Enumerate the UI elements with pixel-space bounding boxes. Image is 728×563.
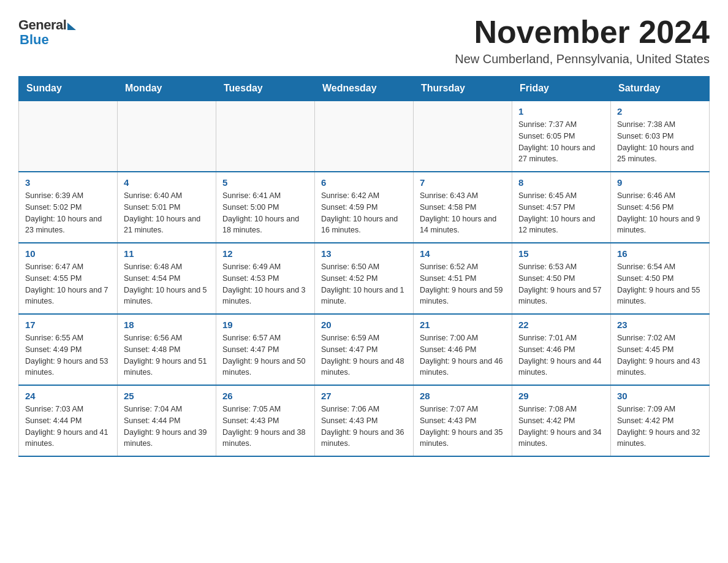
calendar-cell: 13Sunrise: 6:50 AM Sunset: 4:52 PM Dayli…	[315, 243, 414, 314]
day-info: Sunrise: 6:52 AM Sunset: 4:51 PM Dayligh…	[420, 261, 506, 307]
day-number: 23	[617, 320, 703, 330]
day-info: Sunrise: 7:08 AM Sunset: 4:42 PM Dayligh…	[518, 404, 604, 450]
calendar-cell: 28Sunrise: 7:07 AM Sunset: 4:43 PM Dayli…	[414, 385, 512, 456]
calendar-cell: 3Sunrise: 6:39 AM Sunset: 5:02 PM Daylig…	[19, 172, 118, 243]
calendar-cell	[414, 101, 512, 172]
day-number: 16	[617, 248, 703, 259]
day-info: Sunrise: 6:47 AM Sunset: 4:55 PM Dayligh…	[25, 261, 111, 307]
calendar-cell: 9Sunrise: 6:46 AM Sunset: 4:56 PM Daylig…	[611, 172, 710, 243]
day-info: Sunrise: 6:41 AM Sunset: 5:00 PM Dayligh…	[222, 190, 308, 236]
day-number: 29	[518, 391, 604, 401]
calendar-cell: 5Sunrise: 6:41 AM Sunset: 5:00 PM Daylig…	[216, 172, 315, 243]
calendar-cell: 29Sunrise: 7:08 AM Sunset: 4:42 PM Dayli…	[512, 385, 611, 456]
location-subtitle: New Cumberland, Pennsylvania, United Sta…	[455, 52, 710, 66]
day-number: 19	[222, 320, 308, 330]
calendar-cell: 27Sunrise: 7:06 AM Sunset: 4:43 PM Dayli…	[315, 385, 414, 456]
day-number: 13	[321, 248, 407, 259]
logo-arrow-icon	[67, 23, 76, 30]
day-number: 4	[124, 177, 210, 188]
logo-blue-text: Blue	[20, 32, 49, 48]
day-number: 28	[420, 391, 506, 401]
calendar-cell: 25Sunrise: 7:04 AM Sunset: 4:44 PM Dayli…	[118, 385, 216, 456]
day-number: 1	[518, 106, 604, 117]
day-info: Sunrise: 7:06 AM Sunset: 4:43 PM Dayligh…	[321, 404, 407, 450]
day-number: 26	[222, 391, 308, 401]
weekday-header-monday: Monday	[118, 77, 216, 101]
day-number: 5	[222, 177, 308, 188]
day-info: Sunrise: 6:39 AM Sunset: 5:02 PM Dayligh…	[25, 190, 111, 236]
day-info: Sunrise: 6:50 AM Sunset: 4:52 PM Dayligh…	[321, 261, 407, 307]
calendar-cell: 10Sunrise: 6:47 AM Sunset: 4:55 PM Dayli…	[19, 243, 118, 314]
day-info: Sunrise: 7:04 AM Sunset: 4:44 PM Dayligh…	[124, 404, 210, 450]
calendar-cell: 19Sunrise: 6:57 AM Sunset: 4:47 PM Dayli…	[216, 314, 315, 385]
day-info: Sunrise: 6:42 AM Sunset: 4:59 PM Dayligh…	[321, 190, 407, 236]
weekday-header-saturday: Saturday	[611, 77, 710, 101]
title-section: November 2024 New Cumberland, Pennsylvan…	[455, 15, 710, 66]
weekday-header-sunday: Sunday	[19, 77, 118, 101]
page-header: General Blue November 2024 New Cumberlan…	[18, 15, 710, 66]
calendar-cell: 20Sunrise: 6:59 AM Sunset: 4:47 PM Dayli…	[315, 314, 414, 385]
calendar-week-row: 3Sunrise: 6:39 AM Sunset: 5:02 PM Daylig…	[19, 172, 710, 243]
calendar-cell	[118, 101, 216, 172]
calendar-cell: 22Sunrise: 7:01 AM Sunset: 4:46 PM Dayli…	[512, 314, 611, 385]
weekday-header-wednesday: Wednesday	[315, 77, 414, 101]
month-year-title: November 2024	[455, 15, 710, 50]
weekday-header-friday: Friday	[512, 77, 611, 101]
day-info: Sunrise: 7:07 AM Sunset: 4:43 PM Dayligh…	[420, 404, 506, 450]
day-info: Sunrise: 6:56 AM Sunset: 4:48 PM Dayligh…	[124, 332, 210, 378]
day-info: Sunrise: 7:09 AM Sunset: 4:42 PM Dayligh…	[617, 404, 703, 450]
day-info: Sunrise: 6:55 AM Sunset: 4:49 PM Dayligh…	[25, 332, 111, 378]
day-info: Sunrise: 7:05 AM Sunset: 4:43 PM Dayligh…	[222, 404, 308, 450]
day-number: 30	[617, 391, 703, 401]
calendar-cell: 11Sunrise: 6:48 AM Sunset: 4:54 PM Dayli…	[118, 243, 216, 314]
calendar-cell: 23Sunrise: 7:02 AM Sunset: 4:45 PM Dayli…	[611, 314, 710, 385]
day-info: Sunrise: 7:00 AM Sunset: 4:46 PM Dayligh…	[420, 332, 506, 378]
day-number: 27	[321, 391, 407, 401]
calendar-cell	[315, 101, 414, 172]
day-number: 8	[518, 177, 604, 188]
weekday-header-tuesday: Tuesday	[216, 77, 315, 101]
calendar-cell: 6Sunrise: 6:42 AM Sunset: 4:59 PM Daylig…	[315, 172, 414, 243]
calendar-cell: 4Sunrise: 6:40 AM Sunset: 5:01 PM Daylig…	[118, 172, 216, 243]
day-info: Sunrise: 7:38 AM Sunset: 6:03 PM Dayligh…	[617, 119, 703, 165]
calendar-cell	[216, 101, 315, 172]
calendar-cell	[19, 101, 118, 172]
day-number: 6	[321, 177, 407, 188]
calendar-cell: 24Sunrise: 7:03 AM Sunset: 4:44 PM Dayli…	[19, 385, 118, 456]
day-info: Sunrise: 7:02 AM Sunset: 4:45 PM Dayligh…	[617, 332, 703, 378]
day-number: 3	[25, 177, 111, 188]
calendar-table: SundayMondayTuesdayWednesdayThursdayFrid…	[18, 76, 710, 457]
day-info: Sunrise: 6:40 AM Sunset: 5:01 PM Dayligh…	[124, 190, 210, 236]
calendar-cell: 17Sunrise: 6:55 AM Sunset: 4:49 PM Dayli…	[19, 314, 118, 385]
calendar-cell: 7Sunrise: 6:43 AM Sunset: 4:58 PM Daylig…	[414, 172, 512, 243]
day-number: 20	[321, 320, 407, 330]
day-info: Sunrise: 6:54 AM Sunset: 4:50 PM Dayligh…	[617, 261, 703, 307]
day-number: 24	[25, 391, 111, 401]
calendar-cell: 14Sunrise: 6:52 AM Sunset: 4:51 PM Dayli…	[414, 243, 512, 314]
calendar-cell: 1Sunrise: 7:37 AM Sunset: 6:05 PM Daylig…	[512, 101, 611, 172]
calendar-cell: 2Sunrise: 7:38 AM Sunset: 6:03 PM Daylig…	[611, 101, 710, 172]
calendar-cell: 18Sunrise: 6:56 AM Sunset: 4:48 PM Dayli…	[118, 314, 216, 385]
day-number: 7	[420, 177, 506, 188]
day-info: Sunrise: 7:37 AM Sunset: 6:05 PM Dayligh…	[518, 119, 604, 165]
day-info: Sunrise: 7:03 AM Sunset: 4:44 PM Dayligh…	[25, 404, 111, 450]
day-number: 14	[420, 248, 506, 259]
calendar-week-row: 1Sunrise: 7:37 AM Sunset: 6:05 PM Daylig…	[19, 101, 710, 172]
day-number: 21	[420, 320, 506, 330]
logo-general-text: General	[18, 17, 66, 33]
day-number: 2	[617, 106, 703, 117]
day-info: Sunrise: 6:43 AM Sunset: 4:58 PM Dayligh…	[420, 190, 506, 236]
day-number: 11	[124, 248, 210, 259]
calendar-week-row: 17Sunrise: 6:55 AM Sunset: 4:49 PM Dayli…	[19, 314, 710, 385]
day-info: Sunrise: 6:48 AM Sunset: 4:54 PM Dayligh…	[124, 261, 210, 307]
day-number: 17	[25, 320, 111, 330]
day-info: Sunrise: 6:57 AM Sunset: 4:47 PM Dayligh…	[222, 332, 308, 378]
day-number: 22	[518, 320, 604, 330]
calendar-cell: 30Sunrise: 7:09 AM Sunset: 4:42 PM Dayli…	[611, 385, 710, 456]
day-info: Sunrise: 6:49 AM Sunset: 4:53 PM Dayligh…	[222, 261, 308, 307]
calendar-cell: 26Sunrise: 7:05 AM Sunset: 4:43 PM Dayli…	[216, 385, 315, 456]
logo: General Blue	[18, 17, 76, 48]
day-info: Sunrise: 6:53 AM Sunset: 4:50 PM Dayligh…	[518, 261, 604, 307]
day-number: 10	[25, 248, 111, 259]
day-info: Sunrise: 6:45 AM Sunset: 4:57 PM Dayligh…	[518, 190, 604, 236]
